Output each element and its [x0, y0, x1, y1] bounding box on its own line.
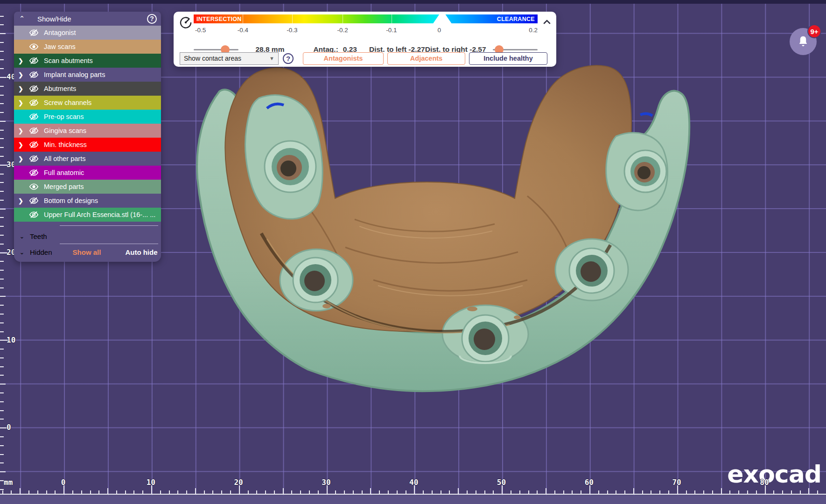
legend-tick--0.2: -0.2 [337, 27, 348, 34]
layer-label: Gingiva scans [41, 127, 161, 134]
eye-off-icon[interactable] [26, 211, 41, 218]
sidebar-item-upper-full-arch-essencia-stl-16[interactable]: Upper Full Arch Essencia.stl (16-... ... [14, 208, 161, 222]
sidebar-item-abutments[interactable]: ❯Abutments [14, 82, 161, 96]
chevron-right-icon[interactable]: ❯ [14, 85, 26, 92]
sidebar-item-jaw-scans[interactable]: Jaw scans [14, 40, 161, 54]
panel-title: Show/Hide [30, 15, 147, 23]
legend-tick--0.3: -0.3 [287, 27, 297, 34]
include-healthy-button[interactable]: Include healthy [469, 52, 547, 65]
dropdown-value: Show contact areas [184, 55, 241, 62]
auto-hide-button[interactable]: Auto hide [125, 248, 157, 256]
divider [60, 225, 158, 226]
sidebar-item-screw-channels[interactable]: ❯Screw channels [14, 96, 161, 110]
notifications-button[interactable]: 9+ [790, 24, 825, 55]
chevron-right-icon[interactable]: ❯ [14, 155, 26, 162]
eye-off-icon[interactable] [26, 113, 41, 120]
layer-label: Full anatomic [41, 169, 161, 176]
help-icon[interactable]: ? [283, 53, 294, 64]
eye-off-icon[interactable] [26, 57, 41, 64]
layer-label: All other parts [41, 155, 161, 162]
eye-off-icon[interactable] [26, 85, 41, 92]
bottom-ruler-label: 20 [234, 478, 243, 487]
eye-off-icon[interactable] [26, 99, 41, 106]
layer-label: Implant analog parts [41, 71, 161, 78]
notification-badge: 9+ [807, 24, 821, 38]
bottom-ruler-label: 70 [672, 478, 681, 487]
left-ruler-label: 0 [7, 423, 11, 432]
layer-label: Antagonist [41, 29, 161, 36]
eye-off-icon[interactable] [26, 127, 41, 134]
eye-off-icon[interactable] [26, 29, 41, 36]
antagonists-button[interactable]: Antagonists [303, 52, 384, 65]
layer-label: Pre-op scans [41, 113, 161, 120]
sidebar-item-min-thickness[interactable]: ❯Min. thickness [14, 138, 161, 152]
legend-left-label: INTERSECTION [196, 16, 242, 22]
eye-off-icon[interactable] [26, 155, 41, 162]
sidebar-item-full-anatomic[interactable]: Full anatomic [14, 166, 161, 180]
eye-off-icon[interactable] [26, 71, 41, 78]
chevron-right-icon[interactable]: ❯ [14, 57, 26, 64]
layer-label: Upper Full Arch Essencia.stl (16-... ... [41, 211, 161, 218]
layer-label: Bottom of designs [41, 197, 161, 204]
chevron-right-icon[interactable]: ❯ [14, 99, 26, 106]
layer-list: AntagonistJaw scans❯Scan abutments❯Impla… [14, 26, 161, 222]
slider-track [194, 49, 238, 50]
chevron-right-icon[interactable]: ❯ [14, 71, 26, 78]
chevron-up-icon[interactable]: ⌃ [14, 14, 30, 23]
bottom-ruler-label: 50 [497, 478, 506, 487]
layer-label: Min. thickness [41, 141, 161, 148]
hidden-section-label: Hidden [30, 248, 52, 256]
legend-right-label: CLEARANCE [497, 16, 535, 22]
eye-off-icon[interactable] [26, 197, 41, 204]
sidebar-item-implant-analog-parts[interactable]: ❯Implant analog parts [14, 68, 161, 82]
help-icon[interactable]: ? [147, 14, 157, 24]
application-window: 01020304050607080403020100 mm exocad 9+ … [0, 0, 826, 504]
exocad-logo: exocad [727, 460, 821, 488]
teeth-section-header[interactable]: ⌄ Teeth [14, 230, 161, 243]
eye-icon[interactable] [26, 183, 41, 190]
chevron-down-icon: ▼ [269, 56, 274, 61]
show-all-button[interactable]: Show all [73, 248, 101, 256]
legend-tick--0.5: -0.5 [195, 27, 206, 34]
chevron-down-icon[interactable]: ⌄ [14, 249, 30, 256]
sidebar-item-antagonist[interactable]: Antagonist [14, 26, 161, 40]
collapse-panel-chevron-icon[interactable] [543, 18, 551, 27]
bottom-ruler-label: 30 [322, 478, 330, 487]
layer-label: Jaw scans [41, 43, 161, 50]
show-hide-panel: ⌃ Show/Hide ? AntagonistJaw scans❯Scan a… [14, 12, 161, 262]
sidebar-item-merged-parts[interactable]: Merged parts [14, 180, 161, 194]
chevron-right-icon[interactable]: ❯ [14, 127, 26, 134]
bottom-ruler-label: 40 [409, 478, 418, 487]
bottom-ruler-label: 80 [760, 478, 769, 487]
occlusion-toolbar: INTERSECTION CLEARANCE -0.5-0.4-0.3-0.2-… [174, 12, 556, 67]
left-ruler-label: 10 [7, 336, 15, 344]
actions-row: Show contact areas ▼ ? Antagonists Adjac… [180, 52, 550, 65]
chevron-right-icon[interactable]: ❯ [14, 197, 26, 204]
bottom-ruler-label: 0 [61, 478, 66, 487]
legend-tick--0.4: -0.4 [238, 27, 248, 34]
sidebar-item-bottom-of-designs[interactable]: ❯Bottom of designs [14, 194, 161, 208]
intersection-clearance-legend: INTERSECTION CLEARANCE -0.5-0.4-0.3-0.2-… [194, 14, 538, 23]
legend-tick-0.2: 0.2 [529, 27, 538, 34]
hidden-section-header[interactable]: ⌄ Hidden Show all Auto hide [14, 245, 161, 259]
legend-tick--0.1: -0.1 [386, 27, 397, 34]
contact-areas-dropdown[interactable]: Show contact areas ▼ [180, 52, 279, 65]
bottom-ruler-label: 60 [585, 478, 594, 487]
sidebar-item-all-other-parts[interactable]: ❯All other parts [14, 152, 161, 166]
sidebar-item-pre-op-scans[interactable]: Pre-op scans [14, 110, 161, 124]
eye-off-icon[interactable] [26, 169, 41, 176]
chevron-down-icon[interactable]: ⌄ [14, 233, 30, 240]
eye-icon[interactable] [26, 43, 41, 50]
adjacents-button[interactable]: Adjacents [387, 52, 465, 65]
layer-label: Scan abutments [41, 57, 161, 64]
layer-label: Screw channels [41, 99, 161, 106]
eye-off-icon[interactable] [26, 141, 41, 148]
sidebar-item-scan-abutments[interactable]: ❯Scan abutments [14, 54, 161, 68]
layer-label: Abutments [41, 85, 161, 92]
sidebar-item-gingiva-scans[interactable]: ❯Gingiva scans [14, 124, 161, 138]
legend-tick-0: 0 [437, 27, 441, 34]
bottom-ruler-label: 10 [147, 478, 155, 487]
chevron-right-icon[interactable]: ❯ [14, 141, 26, 148]
gauge-icon[interactable] [179, 16, 192, 31]
show-hide-header[interactable]: ⌃ Show/Hide ? [14, 12, 161, 26]
